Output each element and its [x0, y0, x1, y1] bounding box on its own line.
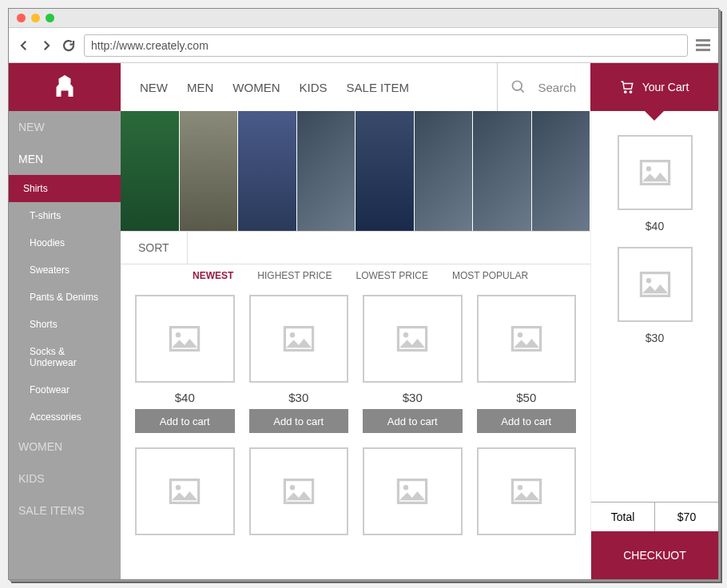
filter-lowest[interactable]: LOWEST PRICE: [356, 270, 427, 281]
product-card: [249, 447, 349, 535]
banner-image-8: [532, 111, 591, 231]
product-card: [363, 447, 463, 535]
sidebar-sub-sweaters[interactable]: Sweaters: [9, 256, 121, 284]
add-to-cart-button[interactable]: Add to cart: [249, 409, 349, 433]
product-image[interactable]: [477, 447, 577, 535]
product-row: $40 Add to cart $30 Add to cart $30 Add …: [135, 295, 576, 433]
svg-point-4: [176, 332, 181, 337]
hero-banner: [121, 111, 590, 231]
product-card: $40 Add to cart: [135, 295, 235, 433]
product-image[interactable]: [249, 447, 349, 535]
sidebar-sub-shorts[interactable]: Shorts: [9, 311, 121, 338]
cart-header[interactable]: Your Cart: [590, 63, 718, 111]
product-image[interactable]: [363, 295, 463, 383]
sidebar-sub-pants[interactable]: Pants & Denims: [9, 284, 121, 311]
product-row: [135, 447, 576, 535]
nav-men[interactable]: MEN: [187, 81, 213, 94]
svg-point-2: [630, 91, 631, 93]
sidebar-sub-footwear[interactable]: Footwear: [9, 376, 121, 403]
checkout-button[interactable]: CHECKUOT: [591, 531, 718, 579]
logo[interactable]: [9, 63, 121, 111]
banner-image-2: [180, 111, 239, 231]
sidebar-item-men[interactable]: MEN: [9, 143, 121, 175]
cart-item: $40: [618, 135, 693, 232]
reload-button[interactable]: [62, 38, 76, 53]
cart-item-image[interactable]: [618, 135, 693, 210]
svg-point-18: [518, 485, 522, 490]
product-grid: $40 Add to cart $30 Add to cart $30 Add …: [121, 287, 590, 579]
product-card: $50 Add to cart: [477, 295, 577, 433]
site-header: NEW MEN WOMEN KIDS SALE ITEM Search Your…: [9, 63, 718, 111]
cart-item-image[interactable]: [618, 247, 693, 322]
url-input[interactable]: [84, 34, 688, 57]
product-image[interactable]: [135, 295, 235, 383]
filter-newest[interactable]: NEWEST: [193, 270, 233, 281]
cart-header-label: Your Cart: [642, 81, 689, 93]
product-card: [135, 447, 235, 535]
sidebar-item-sale[interactable]: SALE ITEMS: [9, 495, 121, 526]
banner-image-1: [121, 111, 180, 231]
product-image[interactable]: [249, 295, 349, 383]
svg-point-1: [624, 91, 626, 93]
total-value: $70: [655, 503, 718, 531]
svg-point-6: [290, 332, 295, 337]
banner-image-6: [415, 111, 474, 231]
sidebar-item-new[interactable]: NEW: [9, 111, 121, 143]
product-card: [477, 447, 577, 535]
sidebar-sub-hoodies[interactable]: Hoodies: [9, 229, 121, 256]
add-to-cart-button[interactable]: Add to cart: [477, 409, 577, 433]
sidebar-item-women[interactable]: WOMEN: [9, 431, 121, 463]
close-icon[interactable]: [17, 14, 26, 22]
minimize-icon[interactable]: [31, 14, 40, 22]
product-card: $30 Add to cart: [249, 295, 349, 433]
product-image[interactable]: [363, 447, 463, 535]
search-area[interactable]: Search: [497, 63, 590, 111]
maximize-icon[interactable]: [46, 14, 54, 22]
filter-popular[interactable]: MOST POPULAR: [452, 270, 528, 281]
total-label: Total: [591, 503, 655, 531]
banner-image-7: [473, 111, 532, 231]
nav-sale[interactable]: SALE ITEM: [347, 81, 409, 94]
sidebar-sub-tshirts[interactable]: T-shirts: [9, 202, 121, 229]
cart-item-price: $40: [618, 220, 693, 232]
main-content: SORT NEWEST HIGHEST PRICE LOWEST PRICE M…: [121, 111, 590, 579]
sidebar: NEW MEN Shirts T-shirts Hoodies Sweaters…: [9, 111, 121, 579]
window-titlebar: [9, 9, 718, 28]
sort-label: SORT: [121, 232, 188, 264]
svg-point-22: [646, 278, 650, 283]
add-to-cart-button[interactable]: Add to cart: [135, 409, 235, 433]
nav-kids[interactable]: KIDS: [300, 81, 328, 94]
menu-button[interactable]: [696, 39, 710, 51]
top-nav: NEW MEN WOMEN KIDS SALE ITEM: [121, 63, 497, 111]
browser-window: NEW MEN WOMEN KIDS SALE ITEM Search Your…: [8, 8, 719, 580]
product-price: $30: [288, 391, 308, 404]
back-button[interactable]: [17, 38, 31, 53]
banner-image-3: [238, 111, 297, 231]
banner-image-5: [356, 111, 415, 231]
forward-button[interactable]: [39, 38, 54, 53]
sidebar-sub-accessories[interactable]: Accessories: [9, 403, 121, 431]
svg-point-20: [646, 166, 650, 171]
filter-highest[interactable]: HIGHEST PRICE: [257, 270, 332, 281]
cart-total-row: Total $70: [591, 502, 718, 531]
product-image[interactable]: [135, 447, 235, 535]
nav-women[interactable]: WOMEN: [232, 81, 280, 94]
sidebar-item-kids[interactable]: KIDS: [9, 463, 121, 495]
svg-point-14: [290, 485, 295, 490]
cart-icon: [620, 80, 634, 94]
search-placeholder: Search: [538, 81, 576, 94]
product-image[interactable]: [477, 295, 577, 383]
svg-point-12: [176, 485, 181, 490]
nav-new[interactable]: NEW: [140, 81, 168, 94]
add-to-cart-button[interactable]: Add to cart: [363, 409, 463, 433]
sidebar-sub-shirts[interactable]: Shirts: [9, 175, 121, 202]
sort-bar: SORT: [121, 231, 590, 264]
product-price: $40: [175, 391, 195, 404]
cart-panel: $40 $30 Total $70 CHECKUOT: [590, 111, 718, 579]
search-icon: [510, 79, 526, 95]
sidebar-sub-socks[interactable]: Socks & Underwear: [9, 338, 121, 376]
svg-point-16: [403, 485, 408, 490]
sort-filters: NEWEST HIGHEST PRICE LOWEST PRICE MOST P…: [121, 264, 590, 287]
browser-toolbar: [9, 28, 718, 63]
banner-image-4: [297, 111, 356, 231]
